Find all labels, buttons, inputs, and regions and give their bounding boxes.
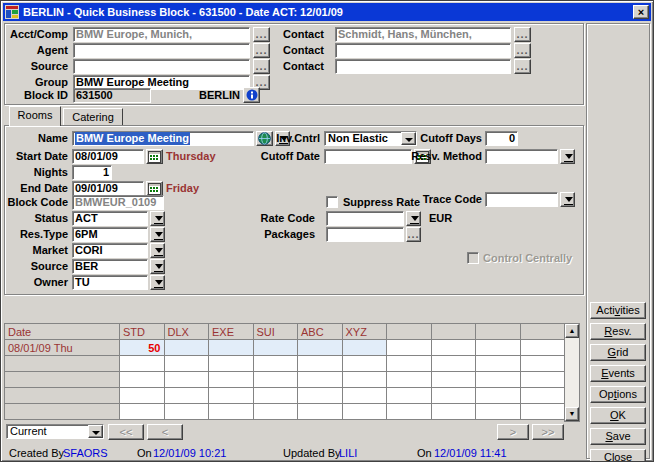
grid-cell[interactable] (253, 404, 298, 420)
grid-prev-button[interactable]: < (147, 424, 183, 440)
grid-cell[interactable] (253, 372, 298, 388)
grid-first-button[interactable]: << (108, 424, 144, 440)
grid-cell[interactable] (342, 388, 387, 404)
contact1-lookup-button[interactable]: ... (514, 27, 531, 42)
grid-cell[interactable] (387, 404, 432, 420)
close-button[interactable]: Close (590, 449, 646, 462)
status-lov-button[interactable] (150, 211, 165, 226)
grid-cell[interactable] (431, 340, 476, 356)
cutoff-days-field[interactable]: 0 (485, 131, 518, 146)
grid-cell[interactable] (342, 372, 387, 388)
owner-field[interactable]: TU (72, 275, 148, 290)
grid-cell[interactable] (253, 356, 298, 372)
grid-cell[interactable] (120, 404, 165, 420)
close-window-button[interactable]: × (633, 5, 649, 19)
source2-lov-button[interactable] (150, 259, 165, 274)
grid-cell[interactable] (164, 372, 209, 388)
contact3-field[interactable] (335, 59, 511, 74)
grid-cell[interactable] (342, 340, 387, 356)
status-field[interactable]: ACT (72, 211, 148, 226)
grid-cell[interactable]: 50 (120, 340, 165, 356)
grid-cell[interactable] (520, 372, 565, 388)
grid-cell[interactable] (387, 356, 432, 372)
grid-cell[interactable] (298, 340, 343, 356)
grid-cell[interactable] (387, 372, 432, 388)
grid-view-combobox[interactable]: Current (6, 424, 104, 439)
rate-code-field[interactable] (326, 211, 404, 226)
nights-field[interactable]: 1 (72, 165, 112, 180)
grid-cell[interactable] (5, 356, 120, 372)
grid-cell[interactable] (520, 404, 565, 420)
save-button[interactable]: Save (590, 428, 646, 445)
grid-cell[interactable] (476, 340, 521, 356)
grid-last-button[interactable]: >> (532, 424, 564, 440)
grid-cell[interactable] (209, 404, 254, 420)
grid-cell[interactable] (298, 372, 343, 388)
grid-cell[interactable] (120, 388, 165, 404)
packages-lookup-button[interactable]: ... (406, 227, 421, 242)
scroll-down-icon[interactable]: ▼ (565, 407, 579, 421)
suppress-rate-checkbox[interactable] (326, 196, 338, 208)
grid-cell[interactable]: 08/01/09 Thu (5, 340, 120, 356)
grid-cell[interactable] (476, 356, 521, 372)
events-button[interactable]: Events (590, 365, 646, 382)
resv-method-lov-button[interactable] (560, 149, 575, 164)
activities-button[interactable]: Activities (590, 302, 646, 319)
grid-cell[interactable] (298, 356, 343, 372)
grid-cell[interactable] (164, 356, 209, 372)
grid-cell[interactable] (253, 340, 298, 356)
contact1-field[interactable]: Schmidt, Hans, München, (335, 27, 511, 42)
grid-cell[interactable] (476, 372, 521, 388)
grid-cell[interactable] (209, 372, 254, 388)
start-date-calendar-button[interactable] (146, 149, 163, 164)
grid-cell[interactable] (5, 404, 120, 420)
grid-cell[interactable] (387, 340, 432, 356)
acct-comp-field[interactable]: BMW Europe, Munich, (73, 27, 250, 42)
grid-cell[interactable] (5, 388, 120, 404)
grid-cell[interactable] (298, 404, 343, 420)
res-type-field[interactable]: 6PM (72, 227, 148, 242)
property-info-button[interactable] (243, 87, 260, 103)
grid-cell[interactable] (120, 372, 165, 388)
agent-field[interactable] (73, 43, 250, 58)
grid-cell[interactable] (253, 388, 298, 404)
grid-cell[interactable] (476, 404, 521, 420)
ok-button[interactable]: OK (590, 407, 646, 424)
grid-cell[interactable] (209, 356, 254, 372)
grid-cell[interactable] (164, 340, 209, 356)
contact2-lookup-button[interactable]: ... (514, 43, 531, 58)
grid-cell[interactable] (431, 404, 476, 420)
owner-lov-button[interactable] (150, 275, 165, 290)
grid-cell[interactable] (431, 372, 476, 388)
grid-cell[interactable] (520, 388, 565, 404)
resv-method-field[interactable] (485, 149, 558, 164)
grid-cell[interactable] (342, 404, 387, 420)
contact2-field[interactable] (335, 43, 511, 58)
contact3-lookup-button[interactable]: ... (514, 59, 531, 74)
end-date-field[interactable]: 09/01/09 (72, 181, 144, 196)
grid-button[interactable]: Grid (590, 344, 646, 361)
source2-field[interactable]: BER (72, 259, 148, 274)
start-date-field[interactable]: 08/01/09 (72, 149, 144, 164)
grid-cell[interactable] (342, 356, 387, 372)
grid-cell[interactable] (209, 340, 254, 356)
resv-button[interactable]: Resv. (590, 323, 646, 340)
grid-cell[interactable] (164, 404, 209, 420)
chevron-down-icon[interactable] (88, 425, 103, 438)
grid-cell[interactable] (164, 388, 209, 404)
grid-cell[interactable] (209, 388, 254, 404)
end-date-calendar-button[interactable] (146, 181, 163, 196)
tab-catering[interactable]: Catering (63, 108, 123, 125)
grid-cell[interactable] (476, 388, 521, 404)
market-field[interactable]: CORI (72, 243, 148, 258)
grid-cell[interactable] (120, 356, 165, 372)
name-field[interactable]: BMW Europe Meeting (72, 131, 254, 146)
scroll-up-icon[interactable]: ▲ (565, 324, 579, 338)
trace-code-lov-button[interactable] (560, 192, 575, 207)
res-type-lov-button[interactable] (150, 227, 165, 242)
source-field[interactable] (73, 59, 250, 74)
grid-cell[interactable] (520, 356, 565, 372)
packages-field[interactable] (326, 227, 404, 242)
market-lov-button[interactable] (150, 243, 165, 258)
tab-rooms[interactable]: Rooms (9, 106, 61, 126)
